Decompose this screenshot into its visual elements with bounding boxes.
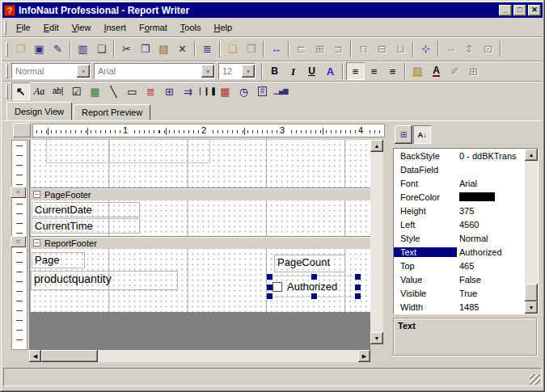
menu-item-insert[interactable]: Insert bbox=[97, 20, 133, 35]
property-name[interactable]: Height bbox=[394, 206, 457, 216]
ghost-control[interactable] bbox=[46, 139, 110, 163]
property-name[interactable]: Value bbox=[394, 275, 457, 285]
checkbox-tool-icon[interactable]: ☑ bbox=[67, 82, 86, 100]
menu-item-file[interactable]: File bbox=[10, 20, 37, 35]
field-productquantity[interactable]: productquantity bbox=[31, 271, 178, 290]
scroll-up-icon[interactable]: ▲ bbox=[525, 149, 538, 161]
section-header-pagefooter[interactable]: − PageFooter bbox=[30, 188, 370, 200]
resize-width-icon[interactable]: ↔ bbox=[267, 40, 285, 58]
menu-item-edit[interactable]: Edit bbox=[37, 20, 65, 35]
selection-handle[interactable] bbox=[267, 293, 272, 299]
scroll-up-icon[interactable]: ▲ bbox=[370, 140, 383, 152]
align-tops-icon[interactable]: ⊓ bbox=[354, 40, 373, 58]
font-color-icon[interactable]: A bbox=[321, 62, 340, 80]
page-number-tool-icon[interactable]: # bbox=[253, 82, 272, 100]
horizontal-scrollbar[interactable]: ◀ ▶ bbox=[29, 350, 370, 362]
sort-az-icon[interactable]: A↓ bbox=[413, 125, 431, 144]
italic-icon[interactable]: I bbox=[284, 62, 302, 80]
align-center-icon[interactable]: ≡ bbox=[365, 62, 383, 80]
menu-item-view[interactable]: View bbox=[65, 20, 98, 35]
scroll-right-icon[interactable]: ▶ bbox=[358, 350, 370, 362]
property-row[interactable]: Font Arial bbox=[394, 176, 538, 190]
property-row[interactable]: Top 465 bbox=[394, 259, 538, 272]
scrollbar-thumb[interactable] bbox=[41, 350, 98, 362]
property-row[interactable]: BackStyle 0 - ddBKTrans bbox=[394, 149, 538, 162]
tab-report-preview[interactable]: Report Preview bbox=[74, 104, 150, 120]
make-same-width-icon[interactable]: ⇔ bbox=[441, 40, 460, 58]
section-resize-grip[interactable]: = bbox=[11, 187, 26, 198]
menu-item-help[interactable]: Help bbox=[207, 20, 239, 35]
print-preview-icon[interactable]: ❏ bbox=[92, 40, 111, 58]
save-icon[interactable]: ▣ bbox=[30, 40, 49, 58]
resize-grip[interactable] bbox=[530, 374, 540, 385]
rectangle-tool-icon[interactable]: ▭ bbox=[123, 82, 142, 100]
fore-color-icon[interactable]: A bbox=[427, 62, 446, 80]
barcode-tool-icon[interactable]: ❘❙❚ bbox=[197, 82, 216, 100]
property-name[interactable]: Visible bbox=[394, 289, 457, 298]
ruler-corner[interactable] bbox=[13, 123, 31, 137]
property-name[interactable]: Top bbox=[394, 261, 457, 271]
field-page[interactable]: Page bbox=[32, 252, 85, 268]
selection-handle[interactable] bbox=[355, 293, 361, 299]
dropdown-arrow-icon[interactable]: ▼ bbox=[77, 65, 90, 78]
clock-tool-icon[interactable]: ◷ bbox=[234, 82, 253, 100]
textbox-tool-icon[interactable]: ab| bbox=[49, 82, 67, 100]
property-name[interactable]: Font bbox=[394, 179, 457, 188]
snap-to-grid-icon[interactable]: ⊹ bbox=[416, 40, 435, 58]
maximize-button[interactable]: □ bbox=[513, 5, 526, 16]
property-name[interactable]: Text bbox=[394, 247, 457, 257]
property-name[interactable]: ForeColor bbox=[394, 192, 457, 202]
send-to-back-icon[interactable]: ❐ bbox=[242, 40, 260, 58]
menu-item-format[interactable]: Format bbox=[133, 20, 174, 35]
property-row[interactable]: DataField bbox=[394, 162, 538, 176]
section-reportfooter[interactable]: Page productquantity PageCount Authorize… bbox=[30, 249, 370, 312]
dropdown-arrow-icon[interactable]: ▼ bbox=[201, 65, 214, 78]
dropdown-arrow-icon[interactable]: ▼ bbox=[242, 65, 255, 78]
property-name[interactable]: Width bbox=[394, 302, 457, 312]
scroll-down-icon[interactable]: ▼ bbox=[370, 332, 383, 344]
paste-icon[interactable]: ▤ bbox=[154, 40, 173, 58]
size-combo[interactable]: 12 ▼ bbox=[218, 63, 256, 79]
property-row[interactable]: Height 375 bbox=[394, 204, 538, 217]
ghost-control[interactable] bbox=[109, 139, 210, 163]
toolbar-format-grip[interactable] bbox=[6, 64, 8, 78]
selection-handle[interactable] bbox=[355, 285, 361, 290]
chart-tool-icon[interactable]: ▁▄▆ bbox=[272, 82, 290, 100]
select-tool-icon[interactable]: ↖ bbox=[11, 82, 30, 100]
align-right-icon[interactable]: ≡ bbox=[383, 62, 402, 80]
menubar-grip[interactable] bbox=[4, 20, 6, 35]
scrollbar-track[interactable] bbox=[370, 152, 383, 332]
delete-icon[interactable]: ✕ bbox=[173, 40, 192, 58]
align-left-edges-icon[interactable]: ⊏ bbox=[292, 40, 311, 58]
tab-design-view[interactable]: Design View bbox=[6, 102, 72, 120]
frame-tool-icon[interactable]: ⊞ bbox=[160, 82, 179, 100]
field-currenttime[interactable]: CurrentTime bbox=[32, 218, 140, 234]
field-list-tool-icon[interactable]: ⇉ bbox=[179, 82, 197, 100]
property-name[interactable]: DataField bbox=[394, 165, 457, 175]
categorized-icon[interactable]: ⊞ bbox=[395, 125, 412, 144]
selection-handle[interactable] bbox=[355, 274, 361, 280]
field-pagecount[interactable]: PageCount bbox=[274, 255, 345, 272]
image-tool-icon[interactable]: ▦ bbox=[86, 82, 104, 100]
property-grid-scrollbar[interactable]: ▲ ▼ bbox=[525, 149, 538, 314]
cut-icon[interactable]: ✂ bbox=[117, 40, 136, 58]
minimize-button[interactable]: _ bbox=[499, 5, 512, 16]
scrollbar-thumb[interactable] bbox=[525, 284, 538, 301]
close-button[interactable]: ✕ bbox=[528, 5, 541, 16]
selection-handle[interactable] bbox=[311, 274, 317, 280]
checkbox-glyph[interactable] bbox=[272, 282, 282, 292]
selection-handle[interactable] bbox=[267, 274, 272, 280]
collapse-icon[interactable]: − bbox=[33, 239, 40, 247]
scrollbar-track[interactable] bbox=[98, 350, 358, 362]
calendar-tool-icon[interactable]: ▦ bbox=[216, 82, 234, 100]
style-combo[interactable]: Normal ▼ bbox=[11, 63, 91, 79]
label-tool-icon[interactable]: Aa bbox=[30, 82, 49, 100]
property-row[interactable]: Left 4560 bbox=[394, 217, 538, 231]
scrollbar-track[interactable] bbox=[525, 161, 538, 301]
menu-item-tools[interactable]: Tools bbox=[174, 20, 208, 35]
scroll-left-icon[interactable]: ◀ bbox=[29, 350, 41, 362]
section-pagefooter[interactable]: CurrentDate CurrentTime bbox=[30, 200, 370, 236]
property-row[interactable]: ForeColor bbox=[394, 190, 538, 204]
align-bottoms-icon[interactable]: ⊔ bbox=[391, 40, 410, 58]
property-row[interactable]: Width 1485 bbox=[394, 300, 538, 314]
